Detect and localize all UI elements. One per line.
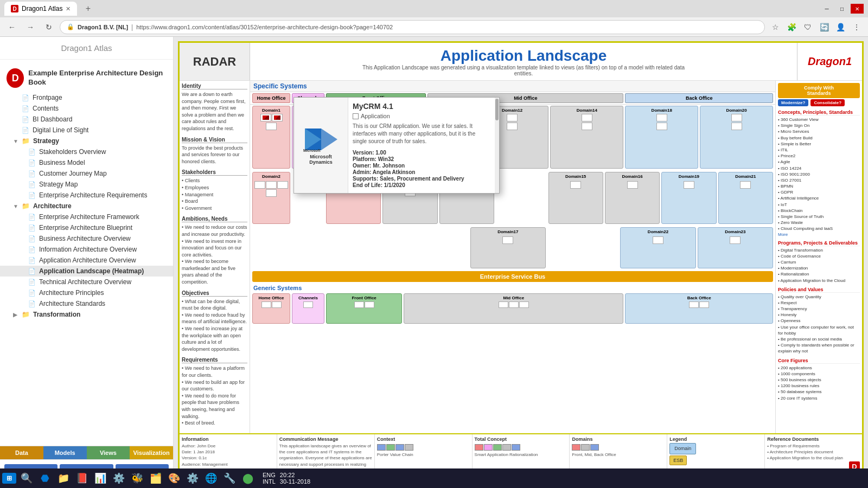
- start-button[interactable]: ⊞: [2, 473, 16, 484]
- tab-views[interactable]: Views: [87, 446, 130, 459]
- back-button[interactable]: ←: [4, 20, 20, 35]
- app-box[interactable]: [507, 123, 518, 130]
- shield-icon[interactable]: 🛡: [801, 20, 815, 34]
- comply-button[interactable]: Comply WithStandards: [778, 83, 860, 98]
- app-box[interactable]: [266, 189, 277, 197]
- app-box[interactable]: [254, 181, 265, 189]
- sidebar-item-strategy[interactable]: ▼ 📁 Strategy: [0, 136, 173, 146]
- star-icon[interactable]: ☆: [768, 20, 782, 34]
- diagram-title: Application Landscape: [441, 47, 607, 65]
- refresh-button[interactable]: ↻: [41, 20, 56, 35]
- app-box[interactable]: [260, 114, 271, 121]
- app-box[interactable]: [277, 181, 288, 189]
- sidebar-item-tech-arch[interactable]: 📄 Technical Architecture Overview: [0, 277, 173, 287]
- taskbar-edge-icon[interactable]: ⬣: [37, 470, 53, 486]
- sidebar-root[interactable]: D Example Enterprise Architecture Design…: [0, 64, 173, 92]
- app-box[interactable]: [499, 301, 508, 308]
- more-link[interactable]: More: [778, 232, 860, 237]
- footer-domains-label: Front, Mid, Back Office: [572, 452, 665, 458]
- sidebar-item-architecture[interactable]: ▼ 📁 Architecture: [0, 201, 173, 211]
- sidebar-item-info-arch[interactable]: 📄 Information Architecture Overview: [0, 244, 173, 255]
- app-box[interactable]: [656, 123, 667, 130]
- taskbar-explorer-icon[interactable]: 📁: [55, 470, 72, 486]
- right-figures-items: • 200 applications• 1000 components• 500…: [778, 365, 860, 401]
- sidebar-item-strategy-map[interactable]: 📄 Strategy Map: [0, 179, 173, 190]
- app-box[interactable]: [519, 301, 529, 308]
- sidebar-item-ea-framework[interactable]: 📄 Enterprise Architecture Framework: [0, 211, 173, 222]
- sidebar-item-business-arch[interactable]: 📄 Business Architecture Overview: [0, 233, 173, 244]
- browser-tab[interactable]: D Dragon1 Atlas ✕: [4, 2, 77, 16]
- app-box[interactable]: [582, 114, 592, 121]
- page-icon: 📄: [28, 268, 36, 275]
- app-box[interactable]: [261, 301, 271, 308]
- sidebar-item-bi-dashboard[interactable]: 📄 BI Dashboard: [0, 114, 173, 125]
- taskbar-chrome-icon[interactable]: ⬤: [240, 470, 256, 486]
- consolidate-button[interactable]: Consolidate?: [810, 99, 845, 106]
- maximize-button[interactable]: □: [835, 4, 848, 14]
- taskbar-acrobat-icon[interactable]: 📕: [74, 470, 90, 486]
- tab-models[interactable]: Models: [43, 446, 87, 459]
- app-box[interactable]: [272, 301, 282, 308]
- sidebar-item-arch-standards[interactable]: 📄 Architecture Standards: [0, 298, 173, 309]
- app-box[interactable]: [266, 123, 277, 130]
- sidebar-item-contents[interactable]: 📄 Contents: [0, 103, 173, 114]
- sidebar-item-customer-journey[interactable]: 📄 Customer Journey Map: [0, 168, 173, 179]
- sidebar-item-digital-line[interactable]: 📄 Digital Line of Sight: [0, 125, 173, 136]
- tab-close-button[interactable]: ✕: [66, 5, 71, 12]
- app-box[interactable]: [272, 114, 283, 121]
- minimize-button[interactable]: ─: [820, 4, 833, 14]
- app-box[interactable]: [502, 236, 513, 244]
- popup-scrollbar[interactable]: [495, 98, 499, 193]
- modernize-button[interactable]: Modernize?: [778, 99, 808, 106]
- sidebar-item-stakeholders[interactable]: 📄 Stakeholders Overview: [0, 146, 173, 157]
- tab-data[interactable]: Data: [0, 446, 43, 459]
- app-box[interactable]: [740, 181, 751, 189]
- address-bar[interactable]: 🔒 Dragon1 B.V. [NL] | https://www.dragon…: [60, 20, 765, 34]
- sidebar-item-transformation[interactable]: ▶ 📁 Transformation: [0, 309, 173, 320]
- app-box[interactable]: [354, 301, 364, 308]
- taskbar-search-icon[interactable]: 🔍: [18, 470, 35, 486]
- taskbar-chart-icon[interactable]: 📊: [92, 470, 108, 486]
- taskbar-malware-icon[interactable]: 🐝: [129, 470, 145, 486]
- browser-sync-icon[interactable]: 🔄: [817, 20, 831, 34]
- url-text: https://www.dragon1.com/content/atlas/30…: [136, 24, 393, 30]
- taskbar-files-icon[interactable]: 🗂️: [148, 470, 164, 486]
- app-box[interactable]: [627, 181, 638, 189]
- taskbar-app1-icon[interactable]: ⚙️: [111, 470, 127, 486]
- sidebar-item-arch-principles[interactable]: 📄 Architecture Principles: [0, 287, 173, 298]
- app-box[interactable]: [653, 236, 663, 244]
- page-icon: 📄: [28, 149, 36, 156]
- new-tab-button[interactable]: +: [81, 2, 94, 15]
- profile-icon[interactable]: 👤: [833, 20, 847, 34]
- menu-icon[interactable]: ⋮: [850, 20, 864, 34]
- tab-visualization[interactable]: Visualization: [130, 446, 173, 459]
- forward-button[interactable]: →: [23, 20, 38, 35]
- taskbar-tool-icon[interactable]: 🔧: [221, 470, 238, 486]
- app-box[interactable]: [582, 123, 592, 130]
- app-box[interactable]: [699, 301, 709, 308]
- sidebar-item-ea-requirements[interactable]: 📄 Enterprise Architecture Requirements: [0, 190, 173, 201]
- footer-context-title: Context: [377, 436, 470, 442]
- app-box[interactable]: [684, 181, 694, 189]
- taskbar-brush-icon[interactable]: 🎨: [166, 470, 182, 486]
- sidebar-item-app-landscape[interactable]: 📄 Application Landscape (Heatmap): [0, 266, 173, 277]
- app-box[interactable]: [731, 114, 742, 121]
- app-box[interactable]: [730, 236, 741, 244]
- app-box[interactable]: [570, 181, 581, 189]
- app-box[interactable]: [507, 114, 518, 121]
- sidebar-item-ea-blueprint[interactable]: 📄 Enterprise Architecture Blueprint: [0, 222, 173, 233]
- app-box[interactable]: [731, 123, 742, 130]
- app-box[interactable]: [656, 114, 667, 121]
- app-box[interactable]: [509, 301, 519, 308]
- close-button[interactable]: ✕: [851, 4, 864, 14]
- sidebar-item-frontpage[interactable]: 📄 Frontpage: [0, 92, 173, 103]
- app-box[interactable]: [266, 181, 277, 189]
- sidebar-item-business-model[interactable]: 📄 Business Model: [0, 157, 173, 168]
- app-box[interactable]: [303, 301, 313, 308]
- taskbar-settings-icon[interactable]: ⚙️: [184, 470, 201, 486]
- app-box[interactable]: [365, 301, 374, 308]
- extensions-icon[interactable]: 🧩: [784, 20, 799, 34]
- sidebar-item-app-arch[interactable]: 📄 Application Architecture Overview: [0, 255, 173, 266]
- taskbar-network-icon[interactable]: 🌐: [203, 470, 219, 486]
- app-box[interactable]: [689, 301, 699, 308]
